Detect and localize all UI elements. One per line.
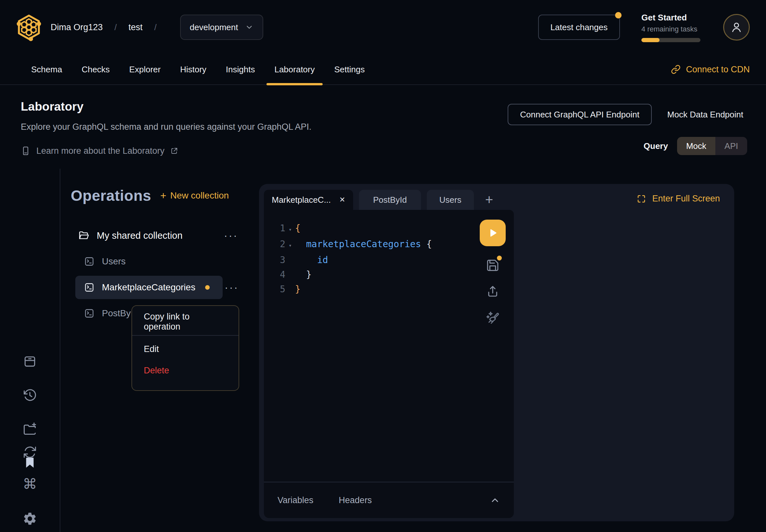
operations-panel: Operations + New collection My shared co… <box>60 169 259 325</box>
page-subtitle: Explore your GraphQL schema and run quer… <box>21 122 311 132</box>
menu-item-edit[interactable]: Edit <box>132 338 238 360</box>
rail-bottom-group: ⌘ <box>0 445 60 529</box>
line-number: 5 <box>264 282 285 296</box>
code-line: 1 ▾ { <box>264 221 472 237</box>
editor-tab-postbyid[interactable]: PostById <box>359 190 421 210</box>
line-number: 2 <box>264 237 285 251</box>
external-link-icon <box>170 147 178 155</box>
get-started-widget[interactable]: Get Started 4 remaining tasks <box>641 13 700 42</box>
tab-explorer[interactable]: Explorer <box>119 54 170 85</box>
settings-gear-icon[interactable] <box>22 511 37 526</box>
variant-select[interactable]: development <box>180 15 263 40</box>
save-operation-icon[interactable] <box>486 259 500 272</box>
folder-open-icon <box>78 230 90 241</box>
collections-document-icon[interactable] <box>23 354 37 369</box>
operation-row-marketplacecategories[interactable]: MarketplaceCategories ··· <box>75 276 223 299</box>
operations-header: Operations + New collection <box>60 187 259 204</box>
book-icon <box>21 146 30 156</box>
connect-graphql-endpoint-button[interactable]: Connect GraphQL API Endpoint <box>508 104 652 125</box>
refresh-schema-icon[interactable] <box>23 445 37 459</box>
graphos-logo-icon[interactable] <box>16 14 42 41</box>
operations-title: Operations <box>71 187 151 204</box>
add-tab-button[interactable]: + <box>480 190 499 210</box>
get-started-subtitle: 4 remaining tasks <box>641 25 700 33</box>
laboratory-editor-panel: MarketplaceC... ✕ PostById Users + Enter… <box>259 184 734 521</box>
fold-caret-icon[interactable]: ▾ <box>285 222 295 237</box>
code-token: } <box>295 267 311 282</box>
editor-toolbar <box>479 220 507 325</box>
app-header: Dima Org123 / test / development Latest … <box>0 0 766 54</box>
menu-item-delete[interactable]: Delete <box>132 360 238 381</box>
operation-row-users[interactable]: Users <box>60 250 259 273</box>
query-label: Query <box>644 141 668 151</box>
close-icon[interactable]: ✕ <box>339 196 345 204</box>
query-editor[interactable]: 1 ▾ { 2 ▾ marketplaceCategories { 3 id 4… <box>264 210 514 518</box>
collection-name: My shared collection <box>97 230 182 241</box>
new-collection-button[interactable]: + New collection <box>160 190 229 202</box>
editor-tabs: MarketplaceC... ✕ PostById Users + <box>264 190 499 210</box>
get-started-progress-fill <box>641 38 660 42</box>
user-avatar[interactable] <box>723 14 750 41</box>
fold-caret-icon[interactable]: ▾ <box>285 238 295 253</box>
share-upload-icon[interactable] <box>486 284 500 298</box>
chevron-up-icon[interactable] <box>490 495 500 505</box>
tab-schema[interactable]: Schema <box>21 54 72 85</box>
primary-nav: Schema Checks Explorer History Insights … <box>0 54 766 85</box>
tab-checks[interactable]: Checks <box>72 54 119 85</box>
enter-fullscreen-label: Enter Full Screen <box>652 194 720 204</box>
line-number: 4 <box>264 267 285 282</box>
code-token-field: id <box>295 253 328 267</box>
code-line: 3 id <box>264 253 472 267</box>
headers-tab[interactable]: Headers <box>339 495 372 505</box>
run-query-button[interactable] <box>480 220 506 246</box>
latest-changes-button[interactable]: Latest changes <box>538 15 620 40</box>
prettify-broom-icon[interactable] <box>485 310 500 325</box>
unsaved-changes-dot <box>497 256 502 260</box>
page-header-left: Laboratory Explore your GraphQL schema a… <box>21 100 311 156</box>
code-line: 4 } <box>264 267 472 282</box>
tab-laboratory[interactable]: Laboratory <box>264 54 324 85</box>
toggle-option-api[interactable]: API <box>715 137 747 155</box>
breadcrumb-org[interactable]: Dima Org123 <box>51 22 103 32</box>
enter-fullscreen-button[interactable]: Enter Full Screen <box>637 194 720 204</box>
collection-row[interactable]: My shared collection ··· <box>60 224 259 247</box>
tab-insights[interactable]: Insights <box>216 54 265 85</box>
breadcrumb-project[interactable]: test <box>128 22 143 32</box>
editor-tab-marketplacecategories[interactable]: MarketplaceC... ✕ <box>264 190 353 210</box>
notification-dot <box>615 12 622 18</box>
unsaved-changes-dot <box>205 285 210 290</box>
tab-settings[interactable]: Settings <box>324 54 374 85</box>
breadcrumb-separator: / <box>115 22 117 32</box>
operation-icon <box>84 282 95 293</box>
menu-item-copy-link[interactable]: Copy link to operation <box>132 311 238 333</box>
operation-context-menu: Copy link to operation Edit Delete <box>131 305 239 391</box>
fullscreen-icon <box>637 194 646 204</box>
keyboard-shortcuts-icon[interactable]: ⌘ <box>23 477 37 491</box>
code-line: 2 ▾ marketplaceCategories { <box>264 237 472 253</box>
query-mode-row: Query Mock API <box>644 137 747 155</box>
folder-plus-icon[interactable] <box>23 422 37 436</box>
line-number: 3 <box>264 253 285 267</box>
code-area[interactable]: 1 ▾ { 2 ▾ marketplaceCategories { 3 id 4… <box>264 221 472 296</box>
toggle-option-mock[interactable]: Mock <box>677 137 715 155</box>
breadcrumb-separator: / <box>154 22 156 32</box>
connect-to-cdn-label: Connect to CDN <box>686 65 750 75</box>
tab-history[interactable]: History <box>170 54 216 85</box>
menu-divider <box>132 335 238 336</box>
learn-more-link[interactable]: Learn more about the Laboratory <box>21 146 311 156</box>
chevron-down-icon <box>245 23 253 31</box>
operation-menu-icon[interactable]: ··· <box>225 282 239 293</box>
code-token-field: marketplaceCategories <box>295 237 421 251</box>
latest-changes-label: Latest changes <box>551 22 608 32</box>
editor-tab-label: MarketplaceC... <box>272 195 331 205</box>
editor-tab-users[interactable]: Users <box>427 190 474 210</box>
page-header-right: Connect GraphQL API Endpoint Mock Data E… <box>508 104 747 155</box>
person-icon <box>730 21 743 34</box>
variables-tab[interactable]: Variables <box>277 495 313 505</box>
mock-data-endpoint-button[interactable]: Mock Data Endpoint <box>667 110 747 120</box>
connect-to-cdn-link[interactable]: Connect to CDN <box>671 65 750 75</box>
collection-menu-icon[interactable]: ··· <box>224 230 238 241</box>
mock-api-toggle: Mock API <box>677 137 747 155</box>
run-history-icon[interactable] <box>23 388 37 402</box>
plus-icon: + <box>160 190 166 202</box>
